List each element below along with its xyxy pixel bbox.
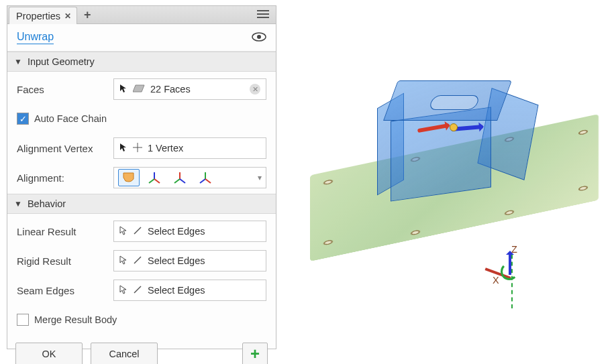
merge-result-body-checkbox[interactable] — [17, 314, 29, 326]
auto-face-chain-checkbox[interactable]: ✓ — [17, 113, 29, 125]
cursor-icon — [119, 84, 127, 95]
manipulator-origin[interactable] — [450, 123, 458, 131]
merge-result-body-label: Merge Result Body — [34, 314, 117, 325]
panel-footer: OK Cancel + — [7, 336, 276, 364]
z-axis-label: Z — [511, 244, 517, 255]
svg-marker-5 — [133, 85, 144, 92]
faces-label: Faces — [17, 84, 108, 95]
alignment-vertex-label: Alignment Vertex — [17, 143, 108, 154]
rotation-arc-icon — [501, 263, 518, 280]
reference-axis-dashed — [511, 255, 513, 308]
add-tab-button[interactable]: + — [84, 10, 91, 19]
auto-face-chain-label: Auto Face Chain — [34, 113, 107, 124]
panel-tab-bar: Properties ✕ + — [7, 6, 276, 24]
alignment-option-xyz-2[interactable] — [169, 169, 191, 186]
section-header-input-geometry[interactable]: ▼ Input Geometry — [7, 52, 276, 72]
rigid-result-label: Rigid Result — [17, 255, 108, 267]
alignment-vertex-selector[interactable]: 1 Vertex — [113, 137, 266, 159]
alignment-vertex-value: 1 Vertex — [148, 143, 183, 154]
rigid-result-selector[interactable]: Select Edges — [113, 250, 266, 271]
faces-selector[interactable]: 22 Faces ✕ — [113, 78, 266, 100]
model-scene: Z X — [310, 74, 599, 288]
faces-value: 22 Faces — [150, 84, 191, 95]
vertex-icon — [133, 143, 142, 154]
svg-line-15 — [200, 179, 205, 183]
seam-edges-value: Select Edges — [148, 285, 205, 296]
alignment-options: ▾ — [113, 167, 266, 188]
cancel-label: Cancel — [109, 349, 139, 359]
svg-line-16 — [205, 179, 211, 183]
section-body-behavior: Linear Result Select Edges Rigid Result … — [7, 214, 276, 336]
section-body-input-geometry: Faces 22 Faces ✕ ✓ Auto Face Chain Align… — [7, 72, 276, 194]
seam-edges-selector[interactable]: Select Edges — [113, 280, 266, 301]
cancel-button[interactable]: Cancel — [91, 343, 158, 364]
properties-panel: Properties ✕ + Unwrap ▼ Input Geometry F… — [7, 5, 276, 349]
clear-faces-icon[interactable]: ✕ — [250, 84, 260, 95]
alignment-more-icon[interactable]: ▾ — [258, 173, 262, 182]
feature-title[interactable]: Unwrap — [17, 31, 54, 44]
linear-result-value: Select Edges — [148, 226, 205, 237]
edge-icon — [133, 285, 142, 296]
feature-title-bar: Unwrap — [7, 24, 276, 52]
section-title: Input Geometry — [28, 56, 95, 67]
linear-result-label: Linear Result — [17, 226, 108, 237]
3d-viewport[interactable]: Z X — [276, 0, 616, 364]
seam-edges-label: Seam Edges — [17, 285, 108, 296]
collapse-icon: ▼ — [14, 199, 22, 208]
move-manipulator[interactable] — [438, 118, 491, 151]
svg-line-19 — [134, 286, 141, 293]
tab-label: Properties — [16, 11, 60, 21]
edge-icon — [133, 226, 142, 237]
svg-line-12 — [174, 179, 180, 183]
parallelogram-icon — [133, 84, 145, 95]
rigid-result-value: Select Edges — [148, 255, 205, 266]
alignment-option-xyz-1[interactable] — [144, 169, 165, 186]
cursor-icon — [119, 255, 127, 267]
svg-line-9 — [149, 179, 154, 183]
alignment-option-xyz-3[interactable] — [195, 169, 216, 186]
svg-line-10 — [154, 179, 160, 183]
apply-and-repeat-button[interactable]: + — [242, 343, 268, 364]
edge-icon — [133, 255, 142, 267]
close-tab-icon[interactable]: ✕ — [64, 11, 71, 21]
alignment-option-surface[interactable] — [118, 169, 140, 186]
collapse-icon: ▼ — [14, 57, 22, 66]
tab-properties[interactable]: Properties ✕ — [9, 7, 77, 24]
cursor-icon — [119, 143, 127, 154]
svg-line-18 — [134, 257, 141, 263]
svg-line-13 — [180, 179, 185, 183]
x-axis-label: X — [493, 275, 499, 286]
ok-button[interactable]: OK — [15, 343, 83, 364]
bracket-body — [364, 80, 545, 215]
top-slot — [428, 95, 480, 110]
svg-line-17 — [134, 227, 141, 234]
cursor-icon — [119, 285, 127, 296]
section-title: Behavior — [28, 198, 66, 209]
visibility-toggle-icon[interactable] — [252, 32, 266, 44]
linear-result-selector[interactable]: Select Edges — [113, 221, 266, 242]
svg-point-4 — [257, 35, 261, 39]
ok-label: OK — [42, 349, 56, 359]
cursor-icon — [119, 226, 127, 237]
section-header-behavior[interactable]: ▼ Behavior — [7, 194, 276, 214]
panel-menu-icon[interactable] — [257, 9, 269, 21]
alignment-label: Alignment: — [17, 172, 108, 184]
